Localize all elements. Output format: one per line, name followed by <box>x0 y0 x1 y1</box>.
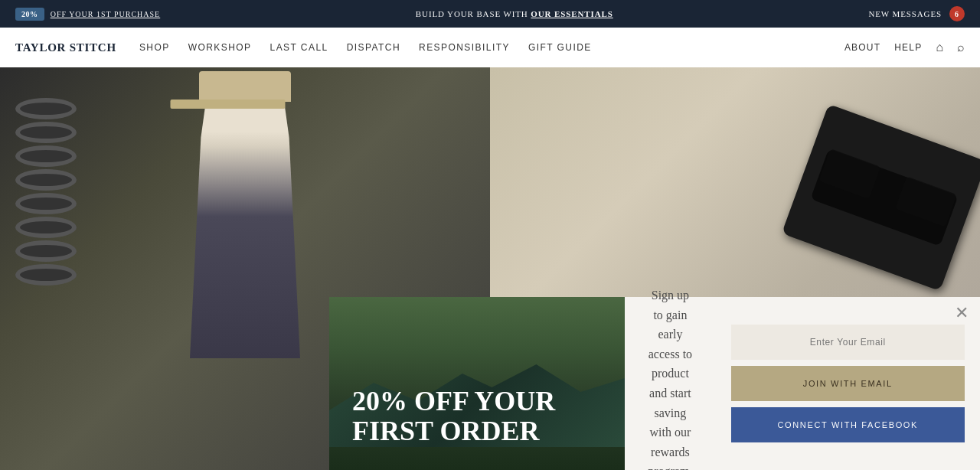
announcement-text: BUILD YOUR BASE WITH <box>416 9 528 18</box>
email-input[interactable] <box>731 325 965 360</box>
signup-form-panel: JOIN WITH EMAIL CONNECT WITH FACEBOOK <box>716 297 980 470</box>
nav-dispatch[interactable]: DISPATCH <box>347 42 400 53</box>
nav-gift-guide[interactable]: GIFT GUIDE <box>528 42 592 53</box>
nav-help[interactable]: HELP <box>894 42 922 53</box>
main-nav: TAYLOR STITCH SHOP WORKSHOP LAST CALL DI… <box>0 28 980 67</box>
nav-responsibility[interactable]: RESPONSIBILITY <box>419 42 510 53</box>
nav-last-call[interactable]: LAST CALL <box>270 42 328 53</box>
hero-section: THE POINT SHIRT IN NATURAL REVERSE SATEE… <box>0 67 980 470</box>
search-icon[interactable]: ⌕ <box>957 41 965 54</box>
signup-modal: ✕ 20% OFF YOUR FIRST ORDER Sign up to ga… <box>329 297 980 470</box>
promo-text-container: 20% OFF YOUR FIRST ORDER <box>352 387 555 447</box>
promo-title: 20% OFF YOUR FIRST ORDER <box>352 387 555 447</box>
nav-links: SHOP WORKSHOP LAST CALL DISPATCH RESPONS… <box>139 42 844 53</box>
top-bar-left: 20% OFF YOUR 1ST PURCHASE <box>15 8 160 21</box>
top-bar: 20% OFF YOUR 1ST PURCHASE BUILD YOUR BAS… <box>0 0 980 28</box>
site-logo[interactable]: TAYLOR STITCH <box>15 41 116 54</box>
nav-shop[interactable]: SHOP <box>139 42 170 53</box>
promo-line2: FIRST ORDER <box>352 416 539 446</box>
messages-label[interactable]: NEW MESSAGES <box>868 9 942 18</box>
connect-facebook-button[interactable]: CONNECT WITH FACEBOOK <box>731 407 965 442</box>
join-email-button[interactable]: JOIN WITH EMAIL <box>731 366 965 401</box>
close-button[interactable]: ✕ <box>955 305 969 321</box>
home-icon[interactable]: ⌂ <box>936 41 943 54</box>
nav-right: ABOUT HELP ⌂ ⌕ <box>844 41 965 54</box>
promo-line1: 20% OFF YOUR <box>352 386 555 416</box>
signup-description-panel: Sign up to gain early access to product … <box>625 297 715 470</box>
top-bar-right: NEW MESSAGES 6 <box>868 6 965 21</box>
discount-link[interactable]: OFF YOUR 1ST PURCHASE <box>51 10 161 18</box>
nav-about[interactable]: ABOUT <box>844 42 880 53</box>
top-bar-announcement: BUILD YOUR BASE WITH OUR ESSENTIALS <box>416 9 613 18</box>
announcement-link[interactable]: OUR ESSENTIALS <box>531 9 612 18</box>
discount-badge[interactable]: 20% <box>15 8 44 21</box>
promo-panel: 20% OFF YOUR FIRST ORDER <box>329 297 625 470</box>
notification-count[interactable]: 6 <box>949 6 965 21</box>
signup-description: Sign up to gain early access to product … <box>648 286 692 470</box>
nav-workshop[interactable]: WORKSHOP <box>188 42 252 53</box>
